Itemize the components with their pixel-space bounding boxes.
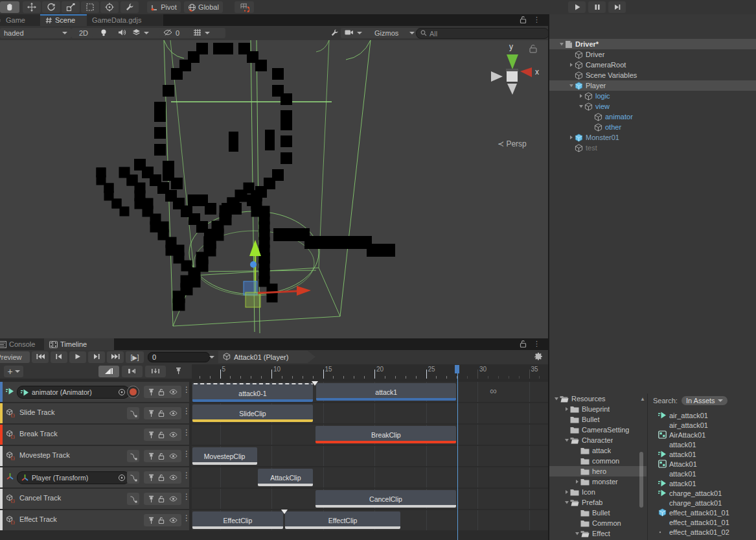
foldout-arrow-icon[interactable]	[578, 104, 584, 109]
project-folder-prefab[interactable]: Prefab	[549, 497, 647, 508]
hierarchy-item-driver[interactable]: Driver	[549, 49, 756, 60]
replace-mode-button[interactable]	[145, 366, 166, 377]
project-folder-bullet[interactable]: Bullet	[549, 414, 647, 425]
eye-toggle[interactable]	[169, 453, 178, 459]
lock-toggle[interactable]	[158, 431, 165, 439]
project-folder-common[interactable]: common	[549, 456, 647, 466]
eye-toggle[interactable]	[169, 389, 178, 395]
scale-tool-button[interactable]	[62, 1, 80, 13]
lock-toggle[interactable]	[158, 495, 165, 503]
pivot-toggle-button[interactable]: Pivot	[147, 1, 181, 13]
result-item[interactable]: attack01	[648, 469, 756, 478]
result-item[interactable]: charge_attack01	[648, 488, 756, 498]
foldout-arrow-icon[interactable]	[564, 438, 570, 443]
timeline-play-button[interactable]	[69, 351, 86, 363]
eye-toggle[interactable]	[169, 496, 178, 502]
shading-mode-dropdown[interactable]: haded	[0, 28, 71, 38]
foldout-arrow-icon[interactable]	[564, 500, 570, 505]
track-menu-icon[interactable]: ⋮	[183, 471, 190, 480]
pin-toggle[interactable]	[148, 410, 154, 417]
result-item[interactable]: effect_attack01_02	[648, 527, 756, 537]
pin-toggle[interactable]	[148, 452, 154, 460]
track-lane-4[interactable]: AttackClip	[192, 467, 548, 487]
track-header-animator-animator-[interactable]: animator (Animator)⋮	[0, 382, 189, 402]
curves-button[interactable]	[127, 450, 139, 462]
hierarchy-item-view[interactable]: view	[549, 101, 756, 112]
move-tool-button[interactable]	[23, 1, 41, 13]
mix-mode-button[interactable]	[98, 366, 119, 377]
foldout-arrow-icon[interactable]	[564, 489, 570, 495]
hierarchy-item-scene-variables[interactable]: Scene Variables	[549, 70, 756, 80]
ripple-mode-button[interactable]	[122, 366, 143, 377]
result-item[interactable]: attack01	[648, 440, 756, 449]
clip-slideclip[interactable]: SlideClip	[192, 405, 314, 422]
custom-tool-button[interactable]	[120, 1, 139, 13]
step-button[interactable]	[608, 1, 626, 13]
tab-gamedata-gdjs[interactable]: GameData.gdjs	[87, 14, 163, 26]
track-lane-6[interactable]: EffectClipEffectClip	[192, 510, 548, 530]
clip-cancelclip[interactable]: CancelClip	[315, 490, 455, 508]
hierarchy-item-logic[interactable]: logic	[549, 91, 756, 101]
grid-snap-button[interactable]	[235, 1, 254, 13]
lock-toggle[interactable]	[158, 474, 165, 482]
track-menu-icon[interactable]: ⋮	[183, 449, 190, 458]
rect-tool-button[interactable]	[81, 1, 99, 13]
marker-pin-button[interactable]	[170, 366, 187, 377]
hierarchy-item-test[interactable]: test	[549, 143, 756, 153]
track-header-movestep-track[interactable]: {}Movestep Track⋮	[0, 446, 189, 466]
result-item[interactable]: effect_attack01_01	[648, 508, 756, 517]
scroll-up-icon[interactable]: ▲	[640, 396, 645, 402]
result-item[interactable]: air_attack01	[648, 410, 756, 420]
track-header-effect-track[interactable]: {}Effect Track⋮	[0, 510, 189, 530]
perspective-label[interactable]: ≺ Persp	[498, 139, 527, 148]
clip-attack1[interactable]: attack1	[316, 383, 456, 401]
tree-scrollbar[interactable]	[639, 452, 643, 508]
project-folder-icon[interactable]: Icon	[549, 487, 647, 497]
global-toggle-button[interactable]: Global	[184, 1, 223, 13]
foldout-arrow-icon[interactable]	[558, 41, 565, 47]
transform-tool-button[interactable]	[100, 1, 119, 13]
track-lane-2[interactable]: BreakClip	[192, 425, 548, 445]
eye-toggle[interactable]	[169, 410, 178, 416]
pin-toggle[interactable]	[148, 517, 154, 524]
project-folder-blueprint[interactable]: Blueprint	[549, 404, 647, 414]
pause-button[interactable]	[588, 1, 606, 13]
track-lane-5[interactable]: CancelClip	[192, 489, 548, 509]
clip-breakclip[interactable]: BreakClip	[315, 426, 456, 443]
search-scope-dropdown[interactable]: In Assets	[682, 396, 727, 405]
play-range-button[interactable]: [▶]	[126, 351, 144, 363]
timeline-settings-button[interactable]	[531, 351, 545, 363]
gizmos-dropdown[interactable]: Gizmos	[371, 28, 418, 38]
timeline-clips-area[interactable]: attack0-1attack1SlideClipBreakClipMovest…	[192, 379, 548, 540]
lock-toggle[interactable]	[158, 388, 165, 396]
hand-tool-button[interactable]	[0, 1, 19, 13]
clip-movestepclip[interactable]: MovestepClip	[192, 447, 257, 465]
track-header-break-track[interactable]: {}Break Track⋮	[0, 425, 189, 445]
effects-dropdown[interactable]	[128, 28, 163, 38]
foldout-arrow-icon[interactable]	[578, 93, 584, 99]
scene-search-input[interactable]	[430, 30, 545, 38]
timeline-breadcrumb[interactable]: Attack01 (Player)	[218, 351, 320, 363]
track-header-cancel-track[interactable]: {}Cancel Track⋮	[0, 489, 189, 509]
track-menu-icon[interactable]: ⋮	[183, 513, 190, 522]
track-object-field[interactable]: Player (Transform)	[17, 471, 130, 484]
foldout-arrow-icon[interactable]	[568, 62, 575, 67]
track-menu-icon[interactable]: ⋮	[183, 428, 190, 437]
result-item[interactable]: attack01	[648, 449, 756, 459]
project-folder-bullet[interactable]: Bullet	[549, 508, 647, 518]
project-folder-resources[interactable]: Resources	[549, 393, 647, 404]
curves-button[interactable]	[127, 471, 139, 484]
foldout-arrow-icon[interactable]	[568, 83, 575, 88]
track-lane-3[interactable]: MovestepClip	[192, 446, 548, 466]
unlock-icon[interactable]	[520, 340, 527, 349]
clip-attack0-1[interactable]: attack0-1	[192, 383, 314, 402]
track-menu-icon[interactable]: ⋮	[183, 492, 190, 501]
project-folder-common[interactable]: Common	[549, 518, 647, 528]
curves-button[interactable]	[127, 407, 139, 419]
tab-timeline[interactable]: Timeline	[44, 338, 114, 350]
lock-toggle[interactable]	[158, 452, 165, 460]
project-folder-monster[interactable]: monster	[549, 476, 647, 487]
clip-effectclip[interactable]: EffectClip	[192, 511, 284, 529]
lock-toggle[interactable]	[158, 517, 165, 524]
hierarchy-item-player[interactable]: Player	[549, 80, 756, 91]
